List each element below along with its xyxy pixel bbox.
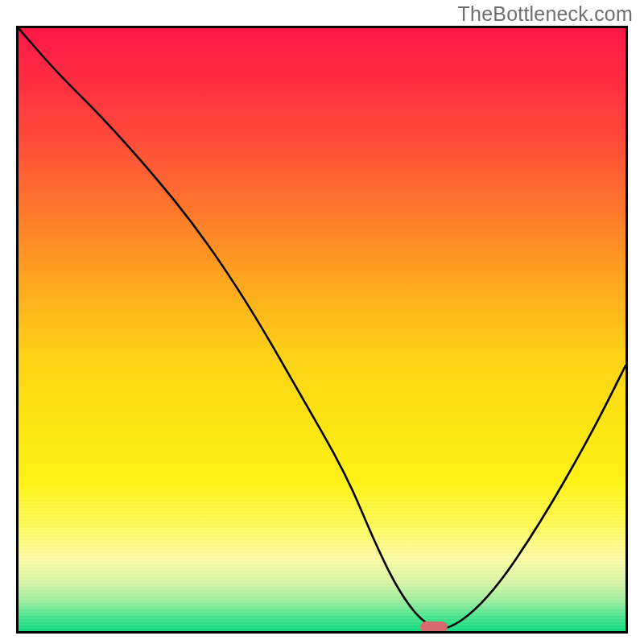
watermark-text: TheBottleneck.com (458, 2, 633, 26)
chart-stage: TheBottleneck.com (0, 0, 644, 644)
plot-area (16, 26, 628, 634)
heat-gradient-bg (19, 28, 625, 631)
